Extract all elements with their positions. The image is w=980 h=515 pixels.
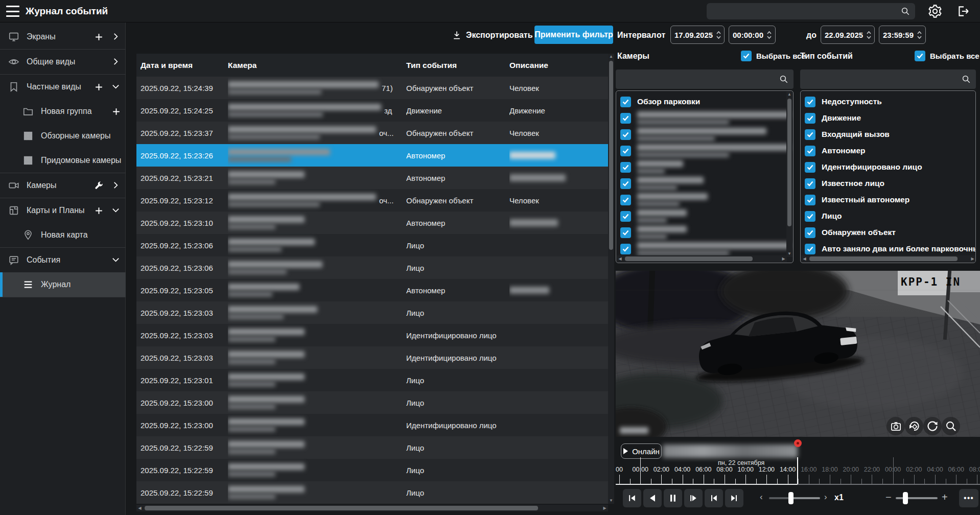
timeline-zoom-thumb[interactable] — [903, 492, 908, 504]
date-spinner-icon[interactable] — [716, 31, 721, 39]
next-event-button[interactable] — [725, 489, 743, 507]
event-type-filter-item[interactable]: Входящий вызов — [805, 126, 890, 143]
camera-filter-item[interactable] — [620, 126, 766, 143]
cameras-vertical-scrollbar[interactable]: ▲ ▼ — [786, 91, 792, 257]
checkbox-checked-icon[interactable] — [741, 51, 752, 61]
event-types-search-input[interactable] — [800, 75, 962, 84]
time-spinner-icon[interactable] — [767, 31, 772, 39]
chevron-right-icon[interactable] — [111, 32, 121, 41]
zoom-out-icon[interactable]: − — [885, 491, 892, 503]
table-row[interactable]: 2025.09.22, 15:24:25здДвижениеДвижение — [136, 99, 608, 122]
camera-filter-item[interactable] — [620, 208, 687, 224]
video-player[interactable]: KPP-1 IN — [616, 271, 980, 437]
cameras-select-all[interactable]: Выбрать все — [741, 51, 806, 61]
table-vertical-scrollbar[interactable]: ▲ ▼ — [608, 54, 614, 504]
checkbox-checked-icon[interactable] — [805, 211, 815, 222]
scrollbar-thumb[interactable] — [809, 256, 958, 261]
logout-icon[interactable] — [956, 5, 970, 18]
scroll-up-icon[interactable]: ▲ — [786, 91, 792, 98]
zoom-icon[interactable] — [942, 417, 960, 435]
global-search-input[interactable] — [707, 7, 901, 16]
chevron-right-icon[interactable] — [111, 57, 121, 66]
ptz-rotate-icon[interactable] — [905, 417, 923, 435]
table-row[interactable]: 2025.09.22, 15:23:26Автономер — [136, 144, 608, 167]
scroll-left-icon[interactable]: ◀ — [136, 505, 143, 511]
pause-button[interactable] — [664, 489, 682, 507]
checkbox-checked-icon[interactable] — [805, 244, 815, 254]
event-type-filter-item[interactable]: Недоступность — [805, 93, 882, 110]
sidebar-item-Новая группа[interactable]: Новая группа — [0, 99, 126, 124]
checkbox-checked-icon[interactable] — [805, 162, 815, 173]
checkbox-checked-icon[interactable] — [620, 178, 631, 189]
table-row[interactable]: 2025.09.22, 15:23:00Лицо — [136, 391, 608, 414]
previous-event-button[interactable] — [705, 489, 723, 507]
chevron-down-icon[interactable] — [111, 206, 121, 215]
chevron-down-icon[interactable] — [111, 255, 121, 265]
table-row[interactable]: 2025.09.22, 15:23:03Лицо — [136, 301, 608, 324]
checkbox-checked-icon[interactable] — [805, 195, 815, 205]
sidebar-item-Частные виды[interactable]: Частные виды — [0, 75, 126, 99]
date-spinner-icon[interactable] — [867, 31, 871, 39]
search-icon[interactable] — [962, 75, 971, 84]
checkbox-checked-icon[interactable] — [620, 211, 631, 222]
from-date-picker[interactable]: 17.09.2025 — [670, 26, 725, 44]
sidebar-item-Придомовые камеры[interactable]: Придомовые камеры — [0, 148, 126, 173]
step-forward-button[interactable] — [684, 489, 703, 507]
checkbox-checked-icon[interactable] — [805, 178, 815, 189]
event-type-filter-item[interactable]: Обнаружен объект — [805, 224, 896, 241]
settings-gear-icon[interactable] — [928, 4, 942, 18]
sidebar-item-Экраны[interactable]: Экраны — [0, 25, 126, 49]
checkbox-checked-icon[interactable] — [620, 113, 631, 124]
table-row[interactable]: 2025.09.22, 15:23:01Лицо — [136, 369, 608, 391]
checkbox-checked-icon[interactable] — [620, 146, 631, 156]
export-button[interactable]: Экспортировать — [452, 27, 533, 44]
camera-filter-item[interactable]: Обзор парковки — [620, 93, 700, 110]
sidebar-item-Карты и Планы[interactable]: Карты и Планы — [0, 198, 126, 223]
camera-filter-item[interactable] — [620, 143, 790, 159]
sidebar-item-События[interactable]: События — [0, 248, 126, 272]
speed-slider[interactable] — [769, 497, 820, 499]
to-date-picker[interactable]: 22.09.2025 — [821, 26, 875, 44]
scrollbar-thumb[interactable] — [145, 506, 538, 510]
table-row[interactable]: 2025.09.22, 15:23:05Автономер — [136, 279, 608, 301]
camera-filter-item[interactable] — [620, 110, 790, 126]
table-row[interactable]: 2025.09.22, 15:23:06Лицо — [136, 234, 608, 256]
table-row[interactable]: 2025.09.22, 15:23:03Идентифицировано лиц… — [136, 346, 608, 369]
from-time-picker[interactable]: 00:00:00 — [729, 26, 776, 44]
scrollbar-thumb[interactable] — [609, 61, 613, 250]
checkbox-checked-icon[interactable] — [620, 162, 631, 173]
apply-filter-button[interactable]: Применить фильтр — [534, 26, 613, 44]
scroll-right-icon[interactable]: ▶ — [601, 505, 608, 511]
table-row[interactable]: 2025.09.22, 15:22:59Лицо — [136, 481, 608, 504]
checkbox-checked-icon[interactable] — [620, 195, 631, 205]
add-icon[interactable] — [94, 206, 103, 215]
refresh-icon[interactable] — [923, 417, 942, 435]
scroll-down-icon[interactable]: ▼ — [786, 251, 792, 257]
speed-slider-thumb[interactable] — [788, 492, 794, 504]
table-row[interactable]: 2025.09.22, 15:23:37оч...Обнаружен объек… — [136, 122, 608, 144]
table-row[interactable]: 2025.09.22, 15:23:06Лицо — [136, 256, 608, 279]
event-type-filter-item[interactable]: Автономер — [805, 143, 866, 159]
scroll-left-icon[interactable]: ◀ — [617, 255, 623, 262]
checkbox-checked-icon[interactable] — [805, 97, 815, 107]
cameras-horizontal-scrollbar[interactable]: ◀ ▶ — [617, 255, 787, 262]
scrollbar-thumb[interactable] — [625, 256, 753, 261]
table-row[interactable]: 2025.09.22, 15:24:3971)Обнаружен объектЧ… — [136, 77, 608, 99]
table-row[interactable]: 2025.09.22, 15:23:12оч...Обнаружен объек… — [136, 189, 608, 212]
event-type-filter-item[interactable]: Движение — [805, 110, 861, 126]
sidebar-item-Обзорные камеры[interactable]: Обзорные камеры — [0, 124, 126, 148]
sidebar-item-Новая карта[interactable]: Новая карта — [0, 223, 126, 247]
checkbox-checked-icon[interactable] — [805, 146, 815, 156]
timeline[interactable]: Онлайн пн, 22 сентября 0000:0002:0004:00… — [616, 437, 980, 488]
table-row[interactable]: 2025.09.22, 15:22:59Лицо — [136, 436, 608, 459]
scroll-left-icon[interactable]: ◀ — [801, 255, 808, 262]
table-row[interactable]: 2025.09.22, 15:23:10Автономер — [136, 212, 608, 234]
more-options-button[interactable]: ••• — [959, 489, 978, 507]
scroll-right-icon[interactable]: ▶ — [969, 255, 976, 262]
scrollbar-thumb[interactable] — [787, 99, 791, 226]
event-type-filter-item[interactable]: Идентифицировано лицо — [805, 159, 922, 175]
camera-filter-item[interactable] — [620, 175, 704, 192]
event-type-filter-item[interactable]: Известный автономер — [805, 192, 909, 208]
camera-filter-item[interactable] — [620, 159, 683, 175]
snapshot-icon[interactable] — [886, 417, 905, 435]
